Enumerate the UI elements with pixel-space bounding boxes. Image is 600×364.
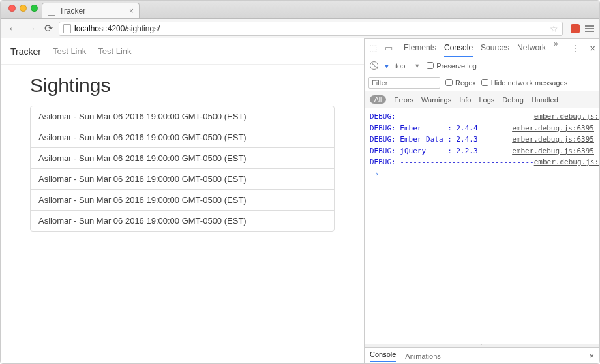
log-line: DEBUG: Ember Data : 2.4.3ember.debug.js:… xyxy=(370,134,594,145)
log-source-link[interactable]: ember.debug.js:6395 xyxy=(534,157,599,168)
level-all[interactable]: All xyxy=(370,95,386,104)
brand[interactable]: Tracker xyxy=(10,46,41,57)
ember-extension-icon[interactable] xyxy=(571,24,580,33)
preserve-log-checkbox[interactable]: Preserve log xyxy=(427,62,477,70)
page-icon xyxy=(63,24,71,33)
log-source-link[interactable]: ember.debug.js:6395 xyxy=(534,111,599,123)
log-line: DEBUG: -------------------------------em… xyxy=(370,157,594,168)
page-viewport: Tracker Test Link Test Link Sightings As… xyxy=(1,38,365,363)
chrome-menu-icon[interactable] xyxy=(585,25,594,32)
drawer-tab-animations[interactable]: Animations xyxy=(405,352,440,360)
forward-button[interactable]: → xyxy=(24,23,38,35)
tab-title: Tracker xyxy=(59,7,85,16)
context-selector[interactable]: top▼ xyxy=(395,62,420,70)
devtools-tabbar: ⬚ ▭ Elements Console Sources Network » ⋮… xyxy=(365,39,599,57)
level-logs[interactable]: Logs xyxy=(479,96,495,104)
console-filter-bar: Regex Hide network messages xyxy=(365,74,599,91)
level-warnings[interactable]: Warnings xyxy=(421,96,451,104)
close-tab-icon[interactable]: × xyxy=(129,7,134,16)
list-item[interactable]: Asilomar - Sun Mar 06 2016 19:00:00 GMT-… xyxy=(31,169,334,190)
filter-icon[interactable]: ▾ xyxy=(385,61,389,70)
close-window-button[interactable] xyxy=(8,5,16,12)
tab-sources[interactable]: Sources xyxy=(481,39,509,57)
level-info[interactable]: Info xyxy=(459,96,471,104)
browser-tabstrip: Tracker × xyxy=(1,1,599,19)
tab-console[interactable]: Console xyxy=(444,39,473,57)
list-item[interactable]: Asilomar - Sun Mar 06 2016 19:00:00 GMT-… xyxy=(31,106,334,127)
device-mode-icon[interactable]: ▭ xyxy=(384,43,393,53)
clear-console-icon[interactable] xyxy=(370,61,378,70)
level-handled[interactable]: Handled xyxy=(532,96,558,104)
console-output: DEBUG: -------------------------------em… xyxy=(365,108,599,344)
app-navbar: Tracker Test Link Test Link xyxy=(1,38,364,65)
log-line: DEBUG: Ember : 2.4.4ember.debug.js:6395 xyxy=(370,123,594,134)
console-prompt[interactable]: › xyxy=(370,168,594,179)
log-line: DEBUG: jQuery : 2.2.3ember.debug.js:6395 xyxy=(370,145,594,157)
log-source-link[interactable]: ember.debug.js:6395 xyxy=(512,123,594,134)
level-errors[interactable]: Errors xyxy=(394,96,413,104)
window-controls xyxy=(6,1,42,18)
minimize-window-button[interactable] xyxy=(20,5,27,12)
devtools-close-icon[interactable]: × xyxy=(586,42,595,53)
sightings-list: Asilomar - Sun Mar 06 2016 19:00:00 GMT-… xyxy=(30,106,335,232)
filter-input[interactable] xyxy=(368,77,440,89)
log-source-link[interactable]: ember.debug.js:6395 xyxy=(512,134,594,145)
url-text: localhost:4200/sightings/ xyxy=(74,24,160,33)
tab-network[interactable]: Network xyxy=(517,39,546,57)
browser-toolbar: ← → ⟳ localhost:4200/sightings/ ☆ xyxy=(1,19,599,38)
page-title: Sightings xyxy=(30,74,335,97)
address-bar[interactable]: localhost:4200/sightings/ ☆ xyxy=(59,22,563,36)
page-icon xyxy=(48,7,55,16)
list-item[interactable]: Asilomar - Sun Mar 06 2016 19:00:00 GMT-… xyxy=(31,127,334,148)
list-item[interactable]: Asilomar - Sun Mar 06 2016 19:00:00 GMT-… xyxy=(31,211,334,231)
nav-link[interactable]: Test Link xyxy=(53,46,86,56)
browser-tab[interactable]: Tracker × xyxy=(42,3,140,18)
level-debug[interactable]: Debug xyxy=(502,96,523,104)
tab-elements[interactable]: Elements xyxy=(404,39,436,57)
more-tabs-icon[interactable]: » xyxy=(554,39,558,57)
maximize-window-button[interactable] xyxy=(31,5,38,12)
bookmark-icon[interactable]: ☆ xyxy=(550,23,558,34)
console-level-bar: All Errors Warnings Info Logs Debug Hand… xyxy=(365,91,599,108)
devtools-menu-icon[interactable]: ⋮ xyxy=(571,44,579,53)
list-item[interactable]: Asilomar - Sun Mar 06 2016 19:00:00 GMT-… xyxy=(31,148,334,169)
drawer-close-icon[interactable]: × xyxy=(589,351,594,361)
drawer-tab-console[interactable]: Console xyxy=(370,350,396,362)
regex-checkbox[interactable]: Regex xyxy=(445,79,476,87)
console-toolbar: ▾ top▼ Preserve log xyxy=(365,57,599,74)
devtools-panel: ⬚ ▭ Elements Console Sources Network » ⋮… xyxy=(365,38,599,363)
reload-button[interactable]: ⟳ xyxy=(42,22,55,35)
log-line: DEBUG: -------------------------------em… xyxy=(370,111,594,123)
log-source-link[interactable]: ember.debug.js:6395 xyxy=(512,145,594,157)
back-button[interactable]: ← xyxy=(6,23,20,35)
hide-network-checkbox[interactable]: Hide network messages xyxy=(481,79,567,87)
list-item[interactable]: Asilomar - Sun Mar 06 2016 19:00:00 GMT-… xyxy=(31,190,334,211)
devtools-drawer: Console Animations × xyxy=(365,348,599,363)
inspect-icon[interactable]: ⬚ xyxy=(368,43,378,53)
nav-link[interactable]: Test Link xyxy=(98,46,131,56)
